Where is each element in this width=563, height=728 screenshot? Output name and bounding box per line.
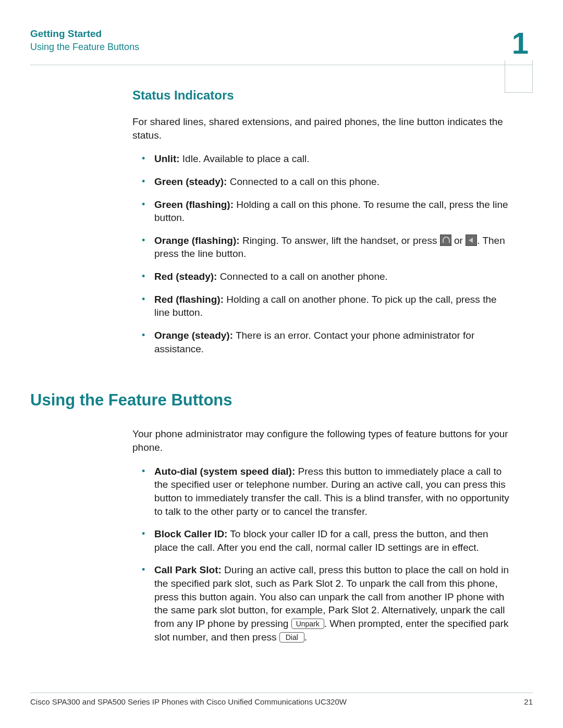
list-item: Block Caller ID: To block your caller ID… — [154, 527, 514, 554]
item-label: Red (flashing): — [154, 294, 224, 305]
content-block-2: Your phone administrator may configure t… — [30, 427, 533, 644]
chapter-number: 1 — [512, 28, 533, 58]
page-number: 21 — [524, 697, 533, 706]
content-block-1: Status Indicators For shared lines, shar… — [30, 88, 533, 355]
list-item: Green (steady): Connected to a call on t… — [154, 175, 514, 189]
list-item: Call Park Slot: During an active call, p… — [154, 563, 514, 644]
item-label: Unlit: — [154, 153, 180, 164]
item-text: Idle. Available to place a call. — [180, 153, 310, 164]
list-item: Green (flashing): Holding a call on this… — [154, 198, 514, 225]
footer-left: Cisco SPA300 and SPA500 Series IP Phones… — [30, 697, 347, 706]
feature-list: Auto-dial (system speed dial): Press thi… — [132, 465, 514, 644]
item-label: Block Caller ID: — [154, 528, 227, 539]
list-item: Orange (flashing): Ringing. To answer, l… — [154, 234, 514, 261]
section-heading-status: Status Indicators — [132, 88, 514, 103]
chapter-title: Getting Started — [30, 28, 139, 40]
speaker-icon — [466, 235, 477, 246]
item-text: Connected to a call on another phone. — [217, 271, 387, 282]
item-text: Connected to a call on this phone. — [227, 176, 380, 187]
item-label: Green (steady): — [154, 176, 227, 187]
item-label: Green (flashing): — [154, 199, 234, 210]
list-item: Red (steady): Connected to a call on ano… — [154, 270, 514, 283]
item-label: Call Park Slot: — [154, 564, 222, 575]
item-label: Red (steady): — [154, 271, 217, 282]
breadcrumb: Using the Feature Buttons — [30, 42, 139, 53]
header-left: Getting Started Using the Feature Button… — [30, 28, 139, 53]
list-item: Auto-dial (system speed dial): Press thi… — [154, 465, 514, 519]
page-footer: Cisco SPA300 and SPA500 Series IP Phones… — [30, 693, 533, 706]
item-text: Ringing. To answer, lift the handset, or… — [240, 235, 440, 246]
footer-rule — [30, 693, 533, 693]
item-label: Orange (flashing): — [154, 235, 240, 246]
item-label: Auto-dial (system speed dial): — [154, 466, 295, 477]
page-header: Getting Started Using the Feature Button… — [30, 28, 533, 58]
chapter-number-box — [505, 60, 533, 93]
section-heading-feature-buttons: Using the Feature Buttons — [30, 391, 533, 410]
headset-icon — [440, 235, 451, 246]
list-item: Unlit: Idle. Available to place a call. — [154, 152, 514, 166]
status-list: Unlit: Idle. Available to place a call. … — [132, 152, 514, 355]
softkey-dial: Dial — [279, 632, 304, 643]
list-item: Red (flashing): Holding a call on anothe… — [154, 293, 514, 319]
item-text: . — [304, 632, 307, 643]
list-item: Orange (steady): There is an error. Cont… — [154, 329, 514, 355]
status-intro: For shared lines, shared extensions, and… — [132, 115, 514, 142]
item-text: or — [451, 235, 466, 246]
page: Getting Started Using the Feature Button… — [0, 0, 563, 728]
header-rule — [30, 65, 533, 65]
feature-intro: Your phone administrator may configure t… — [132, 427, 514, 454]
chapter-number-wrap: 1 — [512, 28, 533, 58]
footer-row: Cisco SPA300 and SPA500 Series IP Phones… — [30, 697, 533, 706]
item-label: Orange (steady): — [154, 330, 233, 341]
softkey-unpark: Unpark — [291, 619, 324, 629]
